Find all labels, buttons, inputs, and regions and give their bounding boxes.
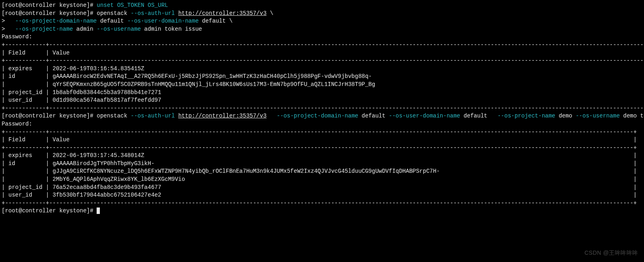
table-row: | user_id | 3fb530bf179044abbc6752106427… [2,191,642,199]
table-row: | | qYrSEQPKmxnzB65gUO5fSC0ZPRB9sTnHMQQu… [2,81,642,89]
table-border: +------------+--------------------------… [2,41,642,49]
table-border: +------------+--------------------------… [2,144,642,152]
command-line: [root@controller keystone]# openstack --… [2,10,642,18]
watermark-text: CSDN @王哞哞哞哞 [585,249,638,257]
table-row: | id | gAAAAABirocW2EdvNETAqI__A27RQ5h6E… [2,73,642,81]
table-border: +------------+--------------------------… [2,128,642,136]
cursor-icon [97,208,100,214]
table-header: | Field | Value | [2,136,642,144]
command-continuation: > --os-project-name admin --os-username … [2,25,642,34]
table-row: | expires | 2022-06-19T03:17:45.348014Z … [2,152,642,160]
prompt-line[interactable]: [root@controller keystone]# [2,207,642,215]
table-row: | expires | 2022-06-19T03:16:54.835415Z … [2,65,642,73]
table-row: | id | gAAAAABirodJgTYP0hhTbpHyG3ikH- | [2,160,642,168]
table-row: | | gJJgA9CiRCfKC8NYNcuze_lDQ5h6EFxWTZNP… [2,168,642,176]
command-line: [root@controller keystone]# openstack --… [2,112,642,120]
table-row: | | 2MbY6_AQPl6AphVqqZRiwx8YK_lb6EzXGcM9… [2,176,642,184]
table-border: +------------+--------------------------… [2,199,642,208]
command-continuation: > --os-project-domain-name default --os-… [2,17,642,25]
terminal-output[interactable]: [root@controller keystone]# unset OS_TOK… [2,2,642,215]
command-line: [root@controller keystone]# unset OS_TOK… [2,2,642,10]
password-prompt: Password: [2,33,642,41]
table-border: +------------+--------------------------… [2,57,642,65]
table-row: | project_id | 1b8abf0db83844c5b3a9788bb… [2,89,642,97]
table-row: | project_id | 76a52ecaa8bd4fba8c3de9b49… [2,184,642,192]
table-border: +------------+--------------------------… [2,105,642,113]
table-row: | user_id | 0d1d980ca5674aafb5817af7feef… [2,96,642,105]
table-header: | Field | Value | [2,49,642,57]
password-prompt: Password: [2,120,642,128]
